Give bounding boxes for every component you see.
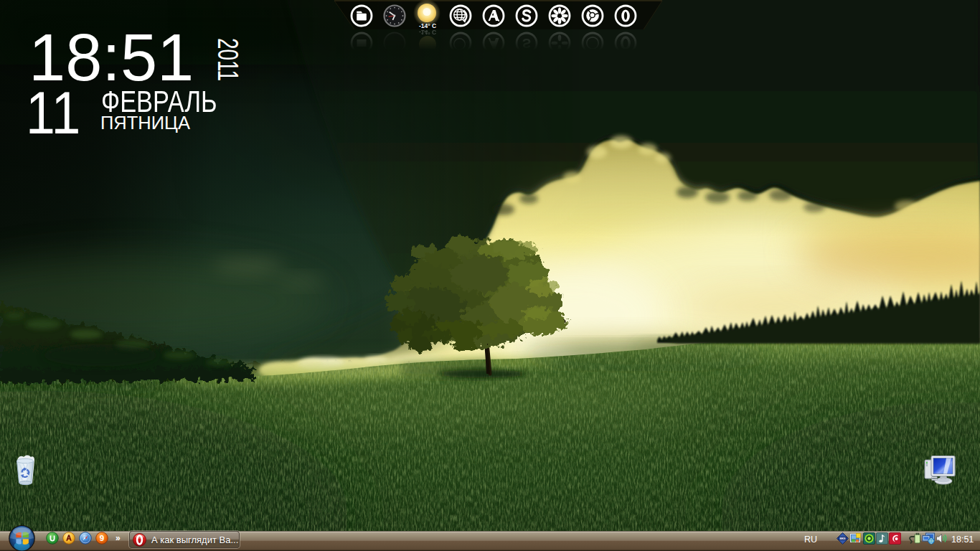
svg-text:MKS: MKS (840, 537, 847, 540)
svg-text:S: S (522, 36, 531, 50)
svg-text:9: 9 (100, 534, 104, 542)
